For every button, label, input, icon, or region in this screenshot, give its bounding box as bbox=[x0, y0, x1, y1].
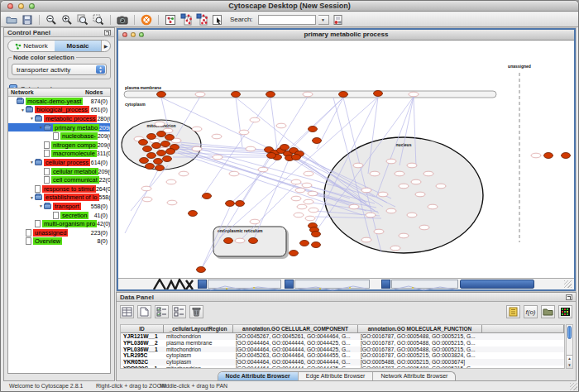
label-node[interactable] bbox=[407, 163, 417, 168]
label-node[interactable] bbox=[179, 171, 189, 176]
table-cell[interactable]: [GO:0016787, GO:0005215, GO:0003824, G..… bbox=[358, 352, 482, 359]
float-panel-icon[interactable] bbox=[566, 294, 572, 300]
table-row[interactable]: YKR052Ccytoplasm[GO:0044464, GO:0044446,… bbox=[121, 359, 564, 366]
new-attribute-icon[interactable] bbox=[137, 305, 151, 318]
scrollbar-arrows[interactable]: ▲▼ bbox=[567, 355, 572, 368]
gene-node[interactable] bbox=[232, 92, 241, 98]
gene-node[interactable] bbox=[140, 158, 149, 164]
label-node[interactable] bbox=[246, 146, 256, 151]
gene-node[interactable] bbox=[562, 153, 571, 159]
tree-row[interactable]: ▼primary metabo209(... bbox=[8, 123, 110, 132]
zoom-region-icon[interactable] bbox=[92, 13, 105, 26]
table-row[interactable]: YPL036W__2plasma membrane[GO:0044464, GO… bbox=[121, 340, 564, 347]
label-node[interactable] bbox=[258, 167, 268, 172]
column-cellular-component[interactable]: annotation.GO CELLULAR_COMPONENT bbox=[233, 325, 358, 333]
label-node[interactable] bbox=[407, 213, 417, 218]
label-node[interactable] bbox=[235, 238, 245, 243]
function-builder-icon[interactable]: f(o) bbox=[524, 305, 538, 318]
minimized-window-bar[interactable] bbox=[294, 280, 370, 289]
label-node[interactable] bbox=[250, 117, 260, 122]
label-node[interactable] bbox=[423, 171, 433, 176]
label-node[interactable] bbox=[155, 122, 165, 127]
gene-node[interactable] bbox=[224, 238, 233, 244]
tree-row[interactable]: Overview8(0) bbox=[8, 237, 110, 246]
node-color-dropdown[interactable]: transporter activity ▲▼ bbox=[12, 64, 107, 75]
label-node[interactable] bbox=[213, 155, 223, 160]
label-node[interactable] bbox=[276, 123, 286, 128]
attribute-table[interactable]: ID _cellularLayoutRegion annotation.GO C… bbox=[120, 324, 565, 369]
table-cell[interactable]: YPL036W__1 bbox=[121, 347, 164, 353]
table-row[interactable]: YJR121W__1mitochondrion[GO:0045267, GO:0… bbox=[121, 333, 564, 340]
tree-row[interactable]: ▼establishment of lo558(0) bbox=[8, 194, 110, 203]
table-cell[interactable]: [GO:0016787, GO:0005488, GO:0005215, G..… bbox=[358, 347, 482, 353]
label-node[interactable] bbox=[353, 163, 363, 168]
gene-node[interactable] bbox=[161, 141, 170, 147]
label-node[interactable] bbox=[399, 233, 409, 238]
table-cell[interactable]: cytoplasm bbox=[164, 352, 233, 359]
label-node[interactable] bbox=[192, 146, 202, 151]
label-node[interactable] bbox=[212, 134, 222, 139]
minimized-window-icon[interactable] bbox=[285, 280, 294, 289]
tree-row[interactable]: nitrogen compo209(0) bbox=[8, 141, 110, 150]
table-cell[interactable]: YKR052C bbox=[121, 359, 164, 366]
minimized-window-bar[interactable] bbox=[391, 280, 458, 289]
table-cell[interactable]: YPL036W__2 bbox=[121, 340, 164, 347]
label-node[interactable] bbox=[366, 213, 376, 218]
label-node[interactable] bbox=[386, 159, 396, 164]
label-node[interactable] bbox=[411, 179, 421, 184]
gene-node[interactable] bbox=[157, 92, 166, 98]
table-cell[interactable]: YLR295C bbox=[121, 352, 164, 359]
window-resize-grip[interactable] bbox=[570, 383, 577, 390]
tree-row[interactable]: cellular metabol209(0) bbox=[8, 167, 110, 176]
column-region[interactable]: _cellularLayoutRegion bbox=[164, 325, 233, 333]
label-node[interactable] bbox=[291, 179, 301, 184]
tree-expand-icon[interactable]: ▼ bbox=[29, 160, 35, 165]
snapshot-icon[interactable] bbox=[116, 13, 129, 26]
table-cell[interactable]: mitochondrion bbox=[164, 366, 233, 369]
gene-node[interactable] bbox=[236, 201, 245, 207]
label-node[interactable] bbox=[302, 183, 312, 188]
tree-row[interactable]: mosaic-demo-yeast874(0) bbox=[8, 97, 110, 106]
label-node[interactable] bbox=[399, 184, 409, 189]
tree-expand-icon[interactable]: ▼ bbox=[38, 125, 44, 130]
gene-node[interactable] bbox=[147, 134, 156, 140]
attribute-table-header[interactable]: ID _cellularLayoutRegion annotation.GO C… bbox=[121, 325, 564, 333]
table-cell[interactable]: [GO:0005488, GO:0005215, GO:0003674] bbox=[358, 359, 482, 366]
label-node[interactable] bbox=[349, 204, 359, 209]
label-node[interactable] bbox=[386, 208, 396, 213]
tab-node-attribute-browser[interactable]: Node Attribute Browser bbox=[218, 372, 299, 380]
gene-node[interactable] bbox=[157, 151, 166, 156]
label-node[interactable] bbox=[195, 92, 205, 97]
gene-node[interactable] bbox=[146, 164, 155, 170]
table-row[interactable]: YLR295Ccytoplasm[GO:0045263, GO:0044464,… bbox=[121, 352, 564, 359]
label-node[interactable] bbox=[428, 204, 438, 209]
scrollbar-thumb[interactable] bbox=[567, 326, 572, 339]
select-attributes-icon[interactable] bbox=[155, 305, 169, 318]
table-cell[interactable]: [GO:0045263, GO:0044464, GO:0044455, G..… bbox=[233, 352, 358, 359]
gene-node[interactable] bbox=[309, 127, 318, 132]
label-node[interactable] bbox=[295, 188, 305, 193]
search-input[interactable] bbox=[258, 15, 316, 25]
tab-mosaic[interactable]: Mosaic bbox=[55, 41, 101, 51]
tree-expand-icon[interactable]: ▼ bbox=[20, 108, 26, 112]
label-node[interactable] bbox=[304, 199, 313, 204]
tree-expand-icon[interactable]: ▼ bbox=[29, 116, 35, 121]
gene-node[interactable] bbox=[374, 91, 383, 97]
tree-row[interactable]: ▼metabolic process280(0) bbox=[8, 114, 110, 123]
label-node[interactable] bbox=[304, 171, 313, 176]
gene-node[interactable] bbox=[266, 92, 275, 98]
table-cell[interactable]: mitochondrion bbox=[164, 347, 233, 353]
gene-node[interactable] bbox=[156, 165, 165, 171]
label-node[interactable] bbox=[291, 196, 301, 201]
layout-network-icon[interactable] bbox=[195, 13, 208, 26]
gene-node[interactable] bbox=[143, 146, 152, 152]
gene-node[interactable] bbox=[139, 140, 148, 146]
label-node[interactable] bbox=[390, 246, 400, 251]
label-node[interactable] bbox=[361, 188, 371, 193]
label-node[interactable] bbox=[294, 213, 304, 218]
minimized-window-titlebar[interactable] bbox=[460, 280, 534, 289]
attribute-table-icon[interactable] bbox=[120, 305, 134, 318]
label-node[interactable] bbox=[250, 219, 260, 224]
gene-node[interactable] bbox=[157, 131, 166, 137]
label-node[interactable] bbox=[531, 153, 541, 158]
